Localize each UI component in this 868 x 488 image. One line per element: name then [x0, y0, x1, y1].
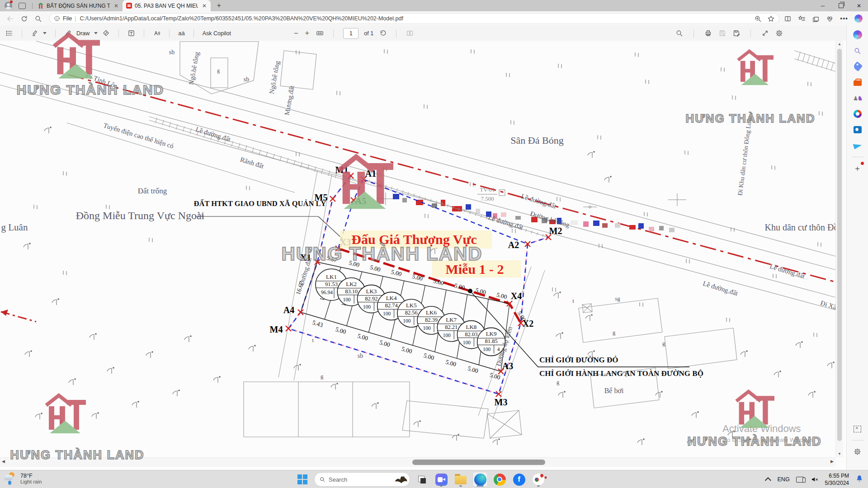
draw-button[interactable]: Draw	[76, 30, 90, 37]
tree-symbol	[564, 391, 566, 393]
scroll-left-icon[interactable]: ◀	[2, 459, 5, 464]
search-document-icon[interactable]	[675, 29, 683, 37]
shopping-icon[interactable]	[852, 61, 863, 72]
search-icon[interactable]	[34, 15, 42, 23]
map-label: t	[312, 337, 314, 343]
vertical-scrollbar[interactable]: ▲ ▼	[835, 41, 843, 457]
customize-sidebar-button[interactable]: ＋	[852, 163, 863, 174]
volume-muted-icon[interactable]	[811, 475, 819, 483]
tab-title: BẤT ĐỘNG SẢN HƯNG THÀNH	[47, 3, 110, 9]
close-tab-icon[interactable]: ✕	[201, 3, 208, 9]
back-icon[interactable]	[6, 15, 14, 23]
taskbar-search-box[interactable]: Search	[314, 472, 410, 487]
edge-app-icon[interactable]	[472, 472, 488, 487]
close-window-button[interactable]: ✕	[850, 0, 868, 11]
save-as-icon[interactable]	[732, 29, 740, 37]
tree-symbol	[556, 333, 561, 339]
map-label: Lề đường.đất	[520, 192, 557, 210]
tree-symbol	[132, 402, 137, 408]
facebook-app-icon[interactable]: f	[511, 472, 527, 487]
save-icon[interactable]	[718, 29, 726, 37]
copilot-icon[interactable]	[854, 14, 863, 23]
highlighter-icon[interactable]	[31, 29, 38, 37]
browser-essentials-icon[interactable]	[826, 15, 834, 23]
two-page-view-icon[interactable]	[406, 29, 414, 37]
screenshot-icon[interactable]	[852, 423, 863, 434]
weather-widget[interactable]: 78°F Light rain	[4, 472, 42, 485]
lot-value-left: 100	[483, 347, 491, 352]
fit-width-icon[interactable]	[316, 29, 324, 37]
copilot-sidebar-icon[interactable]	[852, 29, 863, 40]
rotate-icon[interactable]	[379, 29, 387, 37]
zoom-in-button[interactable]: ＋	[303, 28, 311, 38]
collections-icon[interactable]	[812, 15, 820, 23]
network-display-icon[interactable]	[796, 477, 804, 483]
sidebar-search-icon[interactable]	[852, 45, 863, 56]
translate-icon[interactable]: aà	[178, 30, 184, 37]
scroll-right-icon[interactable]: ▶	[830, 459, 834, 464]
tab-actions-icon[interactable]	[19, 3, 26, 9]
settings-more-icon[interactable]: •••	[840, 15, 848, 22]
vertical-scroll-thumb[interactable]	[837, 49, 842, 441]
clock[interactable]: 6:55 PM 5/30/2024	[825, 472, 849, 487]
page-input[interactable]	[343, 28, 359, 39]
zoom-out-button[interactable]: −	[294, 29, 298, 38]
info-icon[interactable]	[54, 15, 60, 22]
refresh-icon[interactable]	[20, 15, 28, 23]
favorites-icon[interactable]	[798, 15, 806, 23]
pdf-settings-gear-icon[interactable]	[775, 29, 783, 37]
new-tab-button[interactable]: ＋	[215, 1, 222, 10]
start-button[interactable]	[295, 472, 310, 487]
tab-hung-thanh[interactable]: BẤT ĐỘNG SẢN HƯNG THÀNH ✕	[34, 0, 123, 11]
toc-icon[interactable]	[5, 29, 13, 37]
fullscreen-icon[interactable]	[761, 29, 769, 37]
chevron-down-icon[interactable]	[94, 32, 98, 34]
eraser-icon[interactable]	[102, 29, 110, 37]
print-icon[interactable]	[704, 29, 712, 37]
ask-copilot-button[interactable]: Ask Copilot	[203, 30, 231, 37]
add-text-icon[interactable]	[127, 29, 135, 37]
lot-name: LK2	[346, 281, 357, 287]
tree-symbol	[585, 315, 590, 321]
search-highlight-bird-image[interactable]	[394, 474, 408, 484]
games-icon[interactable]: ♟♞	[852, 93, 863, 103]
language-indicator[interactable]: ENG	[778, 476, 790, 483]
map-label: Đồng Miễu Trung Vực Ngoài	[76, 210, 205, 221]
sidebar-settings-gear-icon[interactable]	[852, 446, 863, 457]
pixel-artifact	[466, 204, 471, 210]
file-explorer-icon[interactable]	[453, 472, 468, 487]
draw-pen-icon[interactable]	[64, 29, 72, 37]
tray-expand-chevron[interactable]	[764, 477, 771, 483]
chrome-app-icon[interactable]	[492, 472, 507, 487]
tree-symbol	[692, 413, 696, 418]
station-name: TV-01	[480, 186, 495, 193]
m365-icon[interactable]	[852, 108, 863, 119]
lot-name: LK7	[446, 316, 457, 323]
horizontal-scroll-thumb[interactable]	[412, 460, 545, 465]
map-label: sb	[169, 49, 175, 56]
notifications-bell-icon[interactable]	[855, 474, 863, 484]
address-bar[interactable]: File | C:/Users/Admin1/AppData/Local/Tem…	[49, 13, 779, 24]
outlook-icon[interactable]	[852, 124, 863, 135]
restore-button[interactable]	[832, 0, 850, 11]
tree-symbol	[604, 177, 609, 183]
tree-symbol	[591, 314, 593, 316]
zoom-page-icon[interactable]	[754, 15, 762, 23]
favorite-star-icon[interactable]	[767, 15, 775, 23]
close-tab-icon[interactable]: ✕	[113, 3, 120, 9]
browser-pins-app-icon[interactable]	[531, 472, 546, 487]
chevron-down-icon[interactable]	[43, 32, 47, 34]
horizontal-scrollbar[interactable]: ◀ ▶	[0, 457, 835, 467]
zalo-app-icon[interactable]	[434, 472, 449, 487]
split-screen-icon[interactable]	[784, 15, 792, 23]
send-plane-icon[interactable]	[852, 140, 863, 151]
read-aloud-icon[interactable]	[153, 29, 160, 37]
minimize-button[interactable]: ─	[814, 0, 832, 11]
tab-pdf-active[interactable]: 05. PA3 BAN VE QH MIEU 2-Mod ✕	[123, 0, 211, 11]
scroll-up-icon[interactable]: ▲	[836, 42, 843, 46]
scroll-down-icon[interactable]: ▼	[836, 452, 843, 456]
map-line	[812, 56, 815, 65]
task-view-button[interactable]	[414, 472, 429, 487]
tools-icon[interactable]	[852, 77, 863, 88]
tree-symbol	[173, 391, 177, 396]
